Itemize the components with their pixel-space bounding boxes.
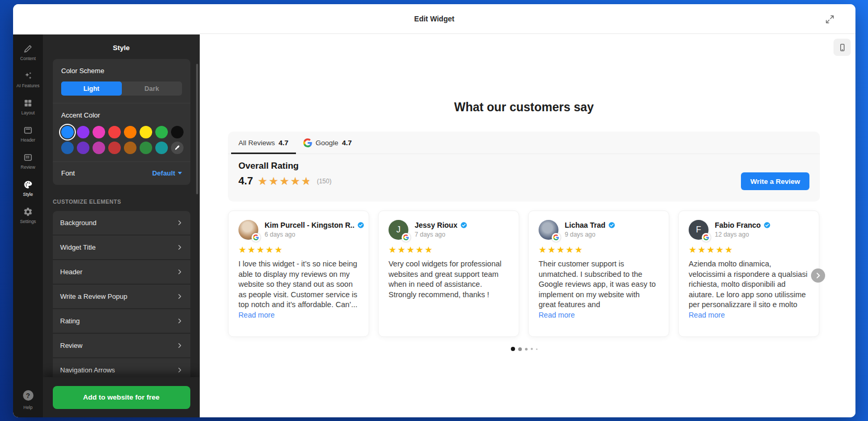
panel-scrollbar[interactable] (196, 64, 198, 194)
review-card: F Fabio Franco 12 days ago ★★★★★ Azien (678, 210, 819, 337)
customize-elements-list: Background Widget Title Header Write a R… (53, 211, 190, 383)
review-stars: ★★★★★ (689, 245, 809, 254)
color-scheme-toggle: Light Dark (61, 81, 182, 96)
color-swatch[interactable] (61, 126, 74, 138)
layout-icon (23, 98, 33, 108)
accent-color-section: Accent Color (53, 103, 190, 161)
read-more-link[interactable]: Read more (539, 311, 575, 319)
avatar: F (689, 220, 709, 240)
font-section: Font Default (53, 161, 190, 185)
element-item-widget-title[interactable]: Widget Title (53, 236, 190, 259)
element-item-rating[interactable]: Rating (53, 309, 190, 333)
scheme-option-light[interactable]: Light (61, 81, 122, 96)
reviewer-name: Fabio Franco (715, 221, 761, 229)
eyedropper-icon (174, 145, 180, 151)
question-icon: ? (23, 390, 33, 401)
review-date: 12 days ago (715, 231, 771, 238)
sidebar-item-label: Content (20, 56, 36, 61)
overall-rating-label: Overall Rating (238, 161, 332, 171)
element-label: Navigation Arrows (60, 366, 115, 374)
chevron-right-icon (176, 293, 183, 300)
carousel-dot[interactable] (536, 348, 538, 350)
sidebar-item-header[interactable]: Header (13, 120, 43, 147)
add-to-website-button[interactable]: Add to website for free (53, 386, 190, 409)
color-swatch[interactable] (93, 142, 105, 154)
palette-icon (23, 180, 33, 190)
read-more-link[interactable]: Read more (238, 311, 275, 319)
carousel-dot[interactable] (525, 348, 528, 350)
gear-icon (23, 207, 33, 217)
help-button[interactable]: ? Help (13, 388, 43, 412)
overall-rating-value: 4.7 (238, 175, 253, 187)
color-swatch[interactable] (61, 142, 74, 154)
sidebar-item-content[interactable]: Content (13, 39, 43, 66)
sidebar-item-style[interactable]: Style (13, 174, 43, 202)
color-swatch[interactable] (140, 126, 152, 138)
reviews-widget: What our customers say All Reviews 4.7 G… (228, 34, 820, 351)
google-source-icon (552, 233, 561, 242)
element-label: Rating (60, 317, 80, 325)
review-cards: Kim Purcell - Kingston R... 6 days ago ★… (228, 210, 820, 337)
color-swatch[interactable] (171, 126, 184, 138)
element-item-review[interactable]: Review (53, 334, 190, 357)
color-swatch[interactable] (93, 126, 105, 138)
overall-stars: ★★★★★ ★★★★★ (258, 176, 312, 186)
reviewer-name: Lichaa Trad (565, 221, 606, 229)
color-swatch[interactable] (155, 142, 168, 154)
custom-color-button[interactable] (171, 142, 184, 154)
element-item-header[interactable]: Header (53, 260, 190, 284)
color-swatch[interactable] (124, 126, 136, 138)
color-swatch[interactable] (108, 142, 121, 154)
tab-google[interactable]: Google 4.7 (296, 132, 359, 154)
sidebar-item-settings[interactable]: Settings (13, 202, 43, 229)
read-more-link[interactable]: Read more (689, 311, 725, 319)
chevron-right-icon (176, 268, 183, 275)
carousel-dot[interactable] (531, 348, 533, 350)
color-swatch[interactable] (155, 126, 168, 138)
google-icon (303, 138, 312, 147)
widget-header-card: All Reviews 4.7 Google 4.7 Overall Ratin… (228, 132, 820, 202)
sidebar-item-ai-features[interactable]: AI Features (13, 66, 43, 93)
review-stars: ★★★★★ (389, 245, 509, 254)
tab-label: All Reviews (238, 139, 275, 147)
verified-icon (357, 221, 364, 229)
color-swatch[interactable] (140, 142, 152, 154)
color-scheme-section: Color Scheme Light Dark (53, 59, 190, 103)
color-swatch[interactable] (124, 142, 136, 154)
chevron-down-icon (178, 172, 182, 174)
review-date: 9 days ago (565, 231, 615, 238)
color-swatch[interactable] (77, 142, 89, 154)
carousel-next-button[interactable] (811, 268, 825, 283)
sidebar-item-review[interactable]: Review (13, 147, 43, 174)
sparkles-icon (23, 71, 33, 81)
edit-widget-modal: Edit Widget Content AI Features Layout (13, 4, 855, 417)
tab-all-reviews[interactable]: All Reviews 4.7 (231, 132, 296, 154)
avatar (238, 220, 258, 240)
carousel-dot[interactable] (518, 347, 522, 351)
header-icon (23, 125, 33, 135)
expand-icon[interactable] (823, 13, 837, 26)
write-review-button[interactable]: Write a Review (741, 172, 809, 190)
element-item-background[interactable]: Background (53, 211, 190, 235)
color-swatch[interactable] (108, 126, 121, 138)
widget-preview-area: What our customers say All Reviews 4.7 G… (200, 34, 855, 417)
chevron-right-icon (176, 342, 183, 349)
modal-title: Edit Widget (13, 4, 855, 34)
scheme-option-dark[interactable]: Dark (122, 81, 182, 96)
verified-icon (608, 221, 615, 229)
element-item-write-review-popup[interactable]: Write a Review Popup (53, 285, 190, 308)
mobile-view-button[interactable] (833, 39, 851, 56)
chevron-right-icon (176, 367, 183, 373)
sidebar-item-layout[interactable]: Layout (13, 93, 43, 120)
review-text: Very cool widgets for professional websi… (389, 259, 509, 300)
font-select[interactable]: Default (152, 169, 182, 177)
review-stars: ★★★★★ (238, 245, 359, 254)
sidebar-item-label: Review (21, 165, 36, 170)
element-label: Widget Title (60, 243, 96, 251)
reviewer-name: Jessy Rioux (415, 221, 458, 229)
review-icon (23, 153, 33, 162)
color-swatch[interactable] (77, 126, 89, 138)
sidebar-item-label: AI Features (17, 83, 40, 88)
carousel-pagination (228, 347, 820, 351)
carousel-dot[interactable] (511, 347, 515, 351)
